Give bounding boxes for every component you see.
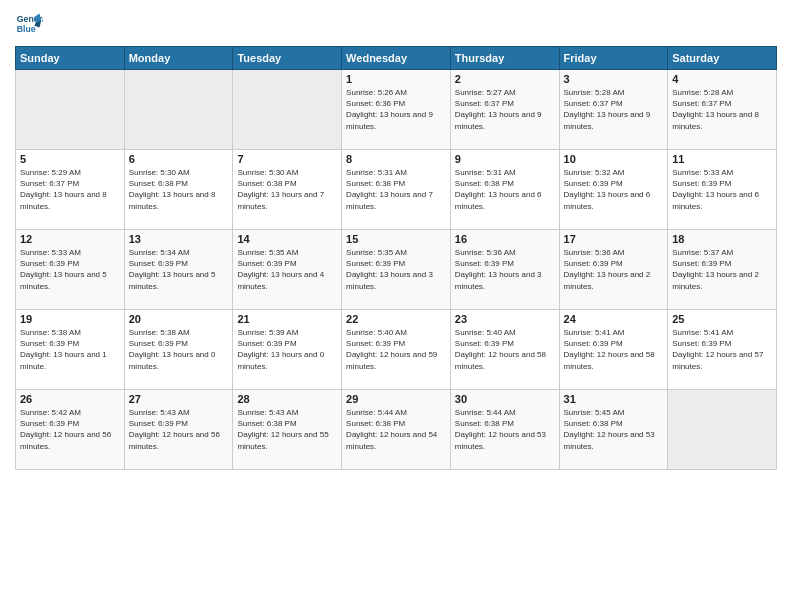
cell-info: Sunrise: 5:35 AMSunset: 6:39 PMDaylight:… <box>346 247 446 292</box>
cell-info: Sunrise: 5:37 AMSunset: 6:39 PMDaylight:… <box>672 247 772 292</box>
day-number: 21 <box>237 313 337 325</box>
day-cell: 1Sunrise: 5:26 AMSunset: 6:36 PMDaylight… <box>342 70 451 150</box>
day-cell: 24Sunrise: 5:41 AMSunset: 6:39 PMDayligh… <box>559 310 668 390</box>
day-cell: 25Sunrise: 5:41 AMSunset: 6:39 PMDayligh… <box>668 310 777 390</box>
header-row: SundayMondayTuesdayWednesdayThursdayFrid… <box>16 47 777 70</box>
day-cell: 18Sunrise: 5:37 AMSunset: 6:39 PMDayligh… <box>668 230 777 310</box>
day-number: 29 <box>346 393 446 405</box>
day-cell: 7Sunrise: 5:30 AMSunset: 6:38 PMDaylight… <box>233 150 342 230</box>
cell-info: Sunrise: 5:27 AMSunset: 6:37 PMDaylight:… <box>455 87 555 132</box>
cell-info: Sunrise: 5:31 AMSunset: 6:38 PMDaylight:… <box>346 167 446 212</box>
cell-info: Sunrise: 5:36 AMSunset: 6:39 PMDaylight:… <box>455 247 555 292</box>
day-number: 1 <box>346 73 446 85</box>
day-cell: 9Sunrise: 5:31 AMSunset: 6:38 PMDaylight… <box>450 150 559 230</box>
day-cell: 22Sunrise: 5:40 AMSunset: 6:39 PMDayligh… <box>342 310 451 390</box>
day-number: 16 <box>455 233 555 245</box>
cell-info: Sunrise: 5:45 AMSunset: 6:38 PMDaylight:… <box>564 407 664 452</box>
cell-info: Sunrise: 5:28 AMSunset: 6:37 PMDaylight:… <box>564 87 664 132</box>
cell-info: Sunrise: 5:30 AMSunset: 6:38 PMDaylight:… <box>237 167 337 212</box>
svg-text:Blue: Blue <box>17 24 36 34</box>
header: General Blue <box>15 10 777 38</box>
day-cell <box>668 390 777 470</box>
cell-info: Sunrise: 5:40 AMSunset: 6:39 PMDaylight:… <box>455 327 555 372</box>
cell-info: Sunrise: 5:30 AMSunset: 6:38 PMDaylight:… <box>129 167 229 212</box>
cell-info: Sunrise: 5:28 AMSunset: 6:37 PMDaylight:… <box>672 87 772 132</box>
calendar-page: General Blue SundayMondayTuesdayWednesda… <box>0 0 792 612</box>
cell-info: Sunrise: 5:41 AMSunset: 6:39 PMDaylight:… <box>564 327 664 372</box>
cell-info: Sunrise: 5:32 AMSunset: 6:39 PMDaylight:… <box>564 167 664 212</box>
day-cell: 29Sunrise: 5:44 AMSunset: 6:38 PMDayligh… <box>342 390 451 470</box>
logo-icon: General Blue <box>15 10 43 38</box>
day-cell: 27Sunrise: 5:43 AMSunset: 6:39 PMDayligh… <box>124 390 233 470</box>
day-cell: 21Sunrise: 5:39 AMSunset: 6:39 PMDayligh… <box>233 310 342 390</box>
day-cell: 16Sunrise: 5:36 AMSunset: 6:39 PMDayligh… <box>450 230 559 310</box>
day-cell: 3Sunrise: 5:28 AMSunset: 6:37 PMDaylight… <box>559 70 668 150</box>
day-header-saturday: Saturday <box>668 47 777 70</box>
day-cell: 26Sunrise: 5:42 AMSunset: 6:39 PMDayligh… <box>16 390 125 470</box>
day-number: 15 <box>346 233 446 245</box>
day-number: 2 <box>455 73 555 85</box>
day-cell: 12Sunrise: 5:33 AMSunset: 6:39 PMDayligh… <box>16 230 125 310</box>
cell-info: Sunrise: 5:38 AMSunset: 6:39 PMDaylight:… <box>20 327 120 372</box>
day-cell: 23Sunrise: 5:40 AMSunset: 6:39 PMDayligh… <box>450 310 559 390</box>
day-number: 25 <box>672 313 772 325</box>
day-number: 12 <box>20 233 120 245</box>
day-cell: 28Sunrise: 5:43 AMSunset: 6:38 PMDayligh… <box>233 390 342 470</box>
cell-info: Sunrise: 5:38 AMSunset: 6:39 PMDaylight:… <box>129 327 229 372</box>
day-cell <box>233 70 342 150</box>
day-number: 23 <box>455 313 555 325</box>
day-number: 10 <box>564 153 664 165</box>
week-row-3: 12Sunrise: 5:33 AMSunset: 6:39 PMDayligh… <box>16 230 777 310</box>
cell-info: Sunrise: 5:29 AMSunset: 6:37 PMDaylight:… <box>20 167 120 212</box>
day-number: 17 <box>564 233 664 245</box>
day-cell: 2Sunrise: 5:27 AMSunset: 6:37 PMDaylight… <box>450 70 559 150</box>
day-number: 5 <box>20 153 120 165</box>
day-cell: 14Sunrise: 5:35 AMSunset: 6:39 PMDayligh… <box>233 230 342 310</box>
day-header-sunday: Sunday <box>16 47 125 70</box>
day-number: 3 <box>564 73 664 85</box>
week-row-1: 1Sunrise: 5:26 AMSunset: 6:36 PMDaylight… <box>16 70 777 150</box>
day-cell: 19Sunrise: 5:38 AMSunset: 6:39 PMDayligh… <box>16 310 125 390</box>
day-number: 31 <box>564 393 664 405</box>
cell-info: Sunrise: 5:39 AMSunset: 6:39 PMDaylight:… <box>237 327 337 372</box>
cell-info: Sunrise: 5:31 AMSunset: 6:38 PMDaylight:… <box>455 167 555 212</box>
cell-info: Sunrise: 5:33 AMSunset: 6:39 PMDaylight:… <box>672 167 772 212</box>
day-header-tuesday: Tuesday <box>233 47 342 70</box>
cell-info: Sunrise: 5:44 AMSunset: 6:38 PMDaylight:… <box>455 407 555 452</box>
day-number: 18 <box>672 233 772 245</box>
day-cell: 6Sunrise: 5:30 AMSunset: 6:38 PMDaylight… <box>124 150 233 230</box>
day-cell: 5Sunrise: 5:29 AMSunset: 6:37 PMDaylight… <box>16 150 125 230</box>
day-number: 4 <box>672 73 772 85</box>
day-number: 27 <box>129 393 229 405</box>
cell-info: Sunrise: 5:33 AMSunset: 6:39 PMDaylight:… <box>20 247 120 292</box>
day-header-friday: Friday <box>559 47 668 70</box>
day-number: 9 <box>455 153 555 165</box>
day-number: 19 <box>20 313 120 325</box>
day-number: 6 <box>129 153 229 165</box>
day-number: 20 <box>129 313 229 325</box>
day-number: 8 <box>346 153 446 165</box>
day-number: 22 <box>346 313 446 325</box>
day-cell: 15Sunrise: 5:35 AMSunset: 6:39 PMDayligh… <box>342 230 451 310</box>
day-header-wednesday: Wednesday <box>342 47 451 70</box>
day-header-thursday: Thursday <box>450 47 559 70</box>
cell-info: Sunrise: 5:42 AMSunset: 6:39 PMDaylight:… <box>20 407 120 452</box>
day-number: 28 <box>237 393 337 405</box>
cell-info: Sunrise: 5:43 AMSunset: 6:39 PMDaylight:… <box>129 407 229 452</box>
day-cell <box>124 70 233 150</box>
cell-info: Sunrise: 5:34 AMSunset: 6:39 PMDaylight:… <box>129 247 229 292</box>
day-number: 11 <box>672 153 772 165</box>
cell-info: Sunrise: 5:44 AMSunset: 6:38 PMDaylight:… <box>346 407 446 452</box>
cell-info: Sunrise: 5:43 AMSunset: 6:38 PMDaylight:… <box>237 407 337 452</box>
day-number: 24 <box>564 313 664 325</box>
day-cell: 30Sunrise: 5:44 AMSunset: 6:38 PMDayligh… <box>450 390 559 470</box>
day-cell: 31Sunrise: 5:45 AMSunset: 6:38 PMDayligh… <box>559 390 668 470</box>
day-cell: 4Sunrise: 5:28 AMSunset: 6:37 PMDaylight… <box>668 70 777 150</box>
day-number: 7 <box>237 153 337 165</box>
day-cell: 8Sunrise: 5:31 AMSunset: 6:38 PMDaylight… <box>342 150 451 230</box>
cell-info: Sunrise: 5:36 AMSunset: 6:39 PMDaylight:… <box>564 247 664 292</box>
cell-info: Sunrise: 5:26 AMSunset: 6:36 PMDaylight:… <box>346 87 446 132</box>
cell-info: Sunrise: 5:35 AMSunset: 6:39 PMDaylight:… <box>237 247 337 292</box>
day-number: 30 <box>455 393 555 405</box>
week-row-5: 26Sunrise: 5:42 AMSunset: 6:39 PMDayligh… <box>16 390 777 470</box>
